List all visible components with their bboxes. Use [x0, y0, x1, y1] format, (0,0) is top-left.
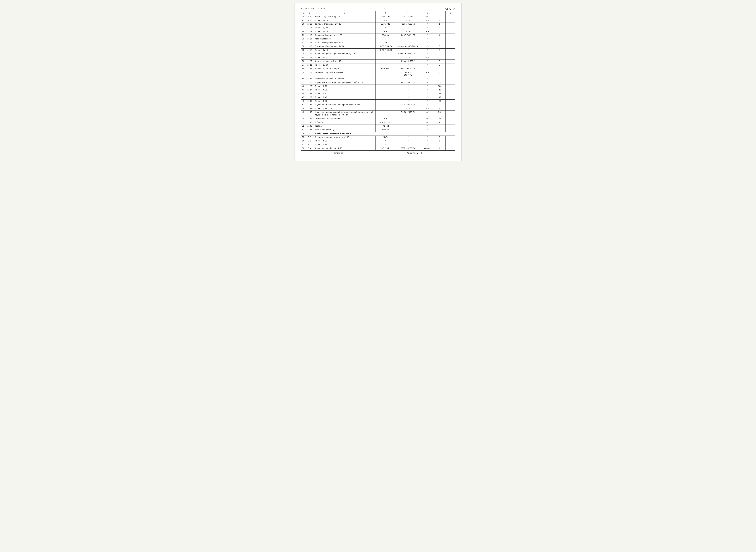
table-row: 38 2.22 Манометр показывающий ОБМ-I00 ГО… [301, 67, 455, 71]
row-mark: I5кч18ПI [375, 15, 395, 19]
row-note [445, 103, 455, 107]
row-note [445, 48, 455, 52]
row-unit: –"– [421, 103, 434, 107]
row-mark [375, 52, 395, 56]
row-n: 56 [301, 139, 306, 143]
row-desc: Вентиль муфтовый Ду 40 [314, 15, 375, 19]
row-std: ГОСТ 2823-73, ГОСТ 3029-75 [395, 71, 421, 77]
row-note [445, 111, 455, 117]
row-mark: IIч6бк [375, 128, 395, 132]
row-note [445, 121, 455, 124]
row-n: 3I [301, 41, 306, 45]
row-n: 52 [301, 124, 306, 128]
row-desc: То же, Ду 40 [314, 26, 375, 30]
row-n: 28 [301, 30, 306, 34]
row-pos: 2.37 [306, 128, 314, 132]
row-mark: ОБМ-I00 [375, 67, 395, 71]
row-pos: 2.22 [306, 67, 314, 71]
row-note [445, 30, 455, 34]
row-qty: I8 [434, 100, 445, 103]
row-std [395, 124, 421, 128]
row-desc: Кран трехходовой муфтовый [314, 41, 375, 45]
row-n: 29 [301, 33, 306, 37]
row-unit: компл. [421, 147, 434, 151]
row-pos: 2.13 [306, 33, 314, 37]
row-pos: 3.I [306, 136, 314, 139]
row-unit: шт [421, 121, 434, 124]
row-n: 54 [301, 132, 306, 136]
table-row: 3I 2.15 Кран трехходовой муфтовый КТК –"… [301, 41, 455, 45]
row-unit: –"– [421, 22, 434, 26]
row-note [445, 15, 455, 19]
row-unit: –"– [421, 100, 434, 103]
row-std: ГОСТ 8437-75 [395, 33, 421, 37]
table-row: 43 2.27 То же, Ø 25 –"– –"– 20 [301, 88, 455, 92]
row-pos: 2.24 [306, 77, 314, 81]
row-note [445, 147, 455, 151]
row-desc: То же, Ø 50 [314, 100, 375, 103]
table-row: 27 2.II То же, Ду 40 –"– –"– –"– 2 [301, 26, 455, 30]
row-unit: –"– [421, 48, 434, 52]
table-row: 47 2.3I Трубопровод из электросварных тр… [301, 103, 455, 107]
row-qty: 4 [434, 37, 445, 41]
col-header-4: 4 [375, 11, 395, 15]
table-row: 49 2.33 Шнур теплоизоляционный из минера… [301, 111, 455, 117]
row-desc: То же, Ø 20 [314, 139, 375, 143]
row-unit: –"– [421, 60, 434, 63]
row-pos: 2.35 [306, 121, 314, 124]
row-n: 36 [301, 60, 306, 63]
row-std [395, 121, 421, 124]
row-mark: БПI М27-55 [375, 121, 395, 124]
row-std: ГОСТ I8I62-72 [395, 22, 421, 26]
row-unit: –"– [421, 19, 434, 22]
col-header-3: 3 [314, 11, 375, 15]
table-row: 48 2.32 То же, Ø 89х3,5 –"– –"– 5 [301, 107, 455, 111]
row-n: 26 [301, 22, 306, 26]
row-desc: Фильтр жидкостной Ду 40 [314, 60, 375, 63]
row-pos: 3.2 [306, 139, 314, 143]
doc-id-right: 78960-04 [444, 8, 455, 10]
row-note [445, 77, 455, 81]
row-desc: Задвижка фланцевая Ду 80 [314, 33, 375, 37]
row-unit: –"– [421, 63, 434, 67]
row-qty: 2 [434, 147, 445, 151]
row-std: ГОСТ 8625-77 [395, 67, 421, 71]
row-std: –"– [395, 96, 421, 100]
footer-label: Исполнил [301, 150, 375, 155]
row-pos: 2.15 [306, 41, 314, 45]
table-row: 24 2.8 Вентиль муфтовый Ду 40 I5кч18ПI Г… [301, 15, 455, 19]
row-desc: То же, Ø 89х3,5 [314, 107, 375, 111]
row-desc: То же, Ду 50 [314, 30, 375, 34]
row-pos: 2.10 [306, 22, 314, 26]
row-n: 57 [301, 143, 306, 147]
row-unit: –"– [421, 56, 434, 60]
table-row: 44 2.28 То же, Ø 32 –"– –"– 35 [301, 92, 455, 96]
row-mark [375, 37, 395, 41]
table-row: 39 2.23 Термометр прямой в оправе ГОСТ 2… [301, 71, 455, 77]
row-desc: Воздухосборник горизонтальный Ду 20 [314, 52, 375, 56]
row-note [445, 139, 455, 143]
row-note [445, 52, 455, 56]
row-qty: I [434, 77, 445, 81]
row-pos: 2.33 [306, 111, 314, 117]
row-n: 32 [301, 45, 306, 48]
column-headers-row: I 2 3 4 5 6 7 8 [301, 11, 455, 15]
row-unit: –"– [421, 85, 434, 88]
row-desc: Вентили запорные муфтовне Ø 32 [314, 136, 375, 139]
row-qty: 4 [434, 124, 445, 128]
row-pos: 2.36 [306, 124, 314, 128]
row-note [445, 92, 455, 96]
table-row: 53 2.37 Кран пробковый Ду I5 IIч6бк –"– … [301, 128, 455, 132]
row-std: –"– [395, 88, 421, 92]
row-mark: –"– [375, 26, 395, 30]
row-desc: Трубопровод из водогазопроводных труб Ø … [314, 81, 375, 85]
table-row: 57 3.3 То же, Ø I5 –"– –"– –"– 3 [301, 143, 455, 147]
row-unit: –"– [421, 41, 434, 45]
row-note [445, 45, 455, 48]
row-unit: –"– [421, 45, 434, 48]
row-qty: I [434, 45, 445, 48]
row-note [445, 63, 455, 67]
row-qty: 2 [434, 15, 445, 19]
row-unit: –"– [421, 136, 434, 139]
table-row: 54 3 Хозяйственно-питьевой водопровод [301, 132, 455, 136]
